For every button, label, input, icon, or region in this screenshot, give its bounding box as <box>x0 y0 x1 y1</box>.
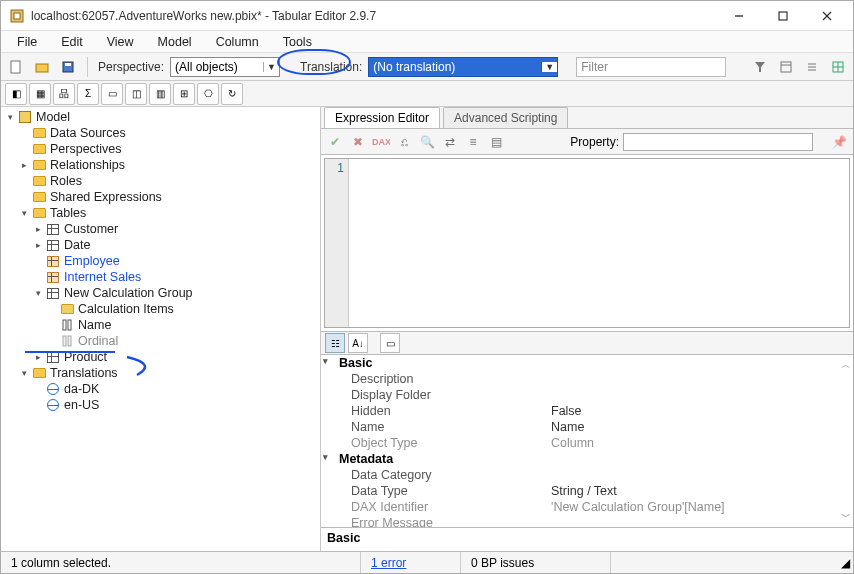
accept-icon[interactable]: ✔ <box>325 132 345 152</box>
tree-item[interactable]: Perspectives <box>50 142 122 156</box>
tool-icon[interactable]: ⎌ <box>394 132 414 152</box>
prop-value[interactable]: Name <box>551 420 853 434</box>
prop-key[interactable]: Hidden <box>321 404 551 418</box>
tree-item[interactable]: Roles <box>50 174 82 188</box>
dax-icon[interactable]: DAX <box>371 132 391 152</box>
new-icon[interactable] <box>5 56 27 78</box>
app-icon <box>9 8 25 24</box>
prop-key[interactable]: Name <box>321 420 551 434</box>
resize-grip-icon[interactable]: ◢ <box>831 552 853 573</box>
globe-icon <box>45 382 61 396</box>
tree-model[interactable]: Model <box>36 110 70 124</box>
tree-item[interactable]: Shared Expressions <box>50 190 162 204</box>
tool-icon[interactable]: ▭ <box>101 83 123 105</box>
alphabetical-icon[interactable]: A↓ <box>348 333 368 353</box>
property-grid[interactable]: ︿ ▾Basic Description Display Folder Hidd… <box>321 355 853 527</box>
prop-value: 'New Calculation Group'[Name] <box>551 500 853 514</box>
table-icon <box>45 238 61 252</box>
expression-editor[interactable]: 1 <box>324 158 850 328</box>
tool-icon[interactable]: ▤ <box>486 132 506 152</box>
tool-icon[interactable]: ▥ <box>149 83 171 105</box>
maximize-button[interactable] <box>761 2 805 30</box>
tree-tables[interactable]: Tables <box>50 206 86 220</box>
grid-icon[interactable] <box>827 56 849 78</box>
tree-item[interactable]: Relationships <box>50 158 125 172</box>
chevron-down-icon: ▼ <box>541 62 557 72</box>
tool-icon[interactable]: ⇄ <box>440 132 460 152</box>
tool-icon[interactable]: ↻ <box>221 83 243 105</box>
list-icon[interactable] <box>801 56 823 78</box>
tool-icon[interactable]: ◧ <box>5 83 27 105</box>
menu-file[interactable]: File <box>5 33 49 51</box>
tool-icon[interactable]: ≡ <box>463 132 483 152</box>
categorized-icon[interactable]: ☷ <box>325 333 345 353</box>
prop-key: DAX Identifier <box>321 500 551 514</box>
prop-key[interactable]: Data Category <box>321 468 551 482</box>
tree-translation[interactable]: en-US <box>64 398 99 412</box>
tree-translation[interactable]: da-DK <box>64 382 99 396</box>
folder-icon <box>59 302 75 316</box>
menu-column[interactable]: Column <box>204 33 271 51</box>
prop-page-icon[interactable]: ▭ <box>380 333 400 353</box>
editor-toolbar: ✔ ✖ DAX ⎌ 🔍 ⇄ ≡ ▤ Property: 📌 <box>321 129 853 155</box>
prop-value[interactable]: String / Text <box>551 484 853 498</box>
tool-icon[interactable]: ⊞ <box>173 83 195 105</box>
save-icon[interactable] <box>57 56 79 78</box>
menu-view[interactable]: View <box>95 33 146 51</box>
cancel-icon[interactable]: ✖ <box>348 132 368 152</box>
tree-table[interactable]: Employee <box>64 254 120 268</box>
tree-item[interactable]: Data Sources <box>50 126 126 140</box>
tree-item[interactable]: Name <box>78 318 111 332</box>
prop-key[interactable]: Description <box>321 372 551 386</box>
table-icon <box>45 222 61 236</box>
menu-tools[interactable]: Tools <box>271 33 324 51</box>
filter-input[interactable]: Filter <box>576 57 726 77</box>
open-icon[interactable] <box>31 56 53 78</box>
model-tree[interactable]: ▾Model ▸Data Sources ▸Perspectives ▸Rela… <box>1 107 321 551</box>
search-icon[interactable]: 🔍 <box>417 132 437 152</box>
table-icon <box>45 286 61 300</box>
minimize-button[interactable] <box>717 2 761 30</box>
tool-icon[interactable]: 品 <box>53 83 75 105</box>
property-dropdown[interactable] <box>623 133 813 151</box>
menu-edit[interactable]: Edit <box>49 33 95 51</box>
propgrid-toolbar: ☷ A↓ ▭ <box>321 331 853 355</box>
prop-key[interactable]: Data Type <box>321 484 551 498</box>
svg-rect-3 <box>779 12 787 20</box>
menu-bar: File Edit View Model Column Tools <box>1 31 853 53</box>
prop-value[interactable]: False <box>551 404 853 418</box>
tool-icon[interactable]: ⎔ <box>197 83 219 105</box>
tree-table[interactable]: Customer <box>64 222 118 236</box>
tree-item[interactable]: Ordinal <box>78 334 118 348</box>
tab-expression[interactable]: Expression Editor <box>324 107 440 128</box>
tree-table[interactable]: Internet Sales <box>64 270 141 284</box>
tool-icon[interactable]: ▦ <box>29 83 51 105</box>
svg-rect-19 <box>63 320 66 330</box>
tree-item[interactable]: Calculation Items <box>78 302 174 316</box>
svg-text:DAX: DAX <box>372 137 390 147</box>
scroll-down-icon[interactable]: ﹀ <box>841 510 851 524</box>
prop-key[interactable]: Display Folder <box>321 388 551 402</box>
secondary-toolbar: ◧ ▦ 品 Σ ▭ ◫ ▥ ⊞ ⎔ ↻ <box>1 81 853 107</box>
pin-icon[interactable]: 📌 <box>829 132 849 152</box>
prop-category[interactable]: Basic <box>339 356 372 370</box>
filter-icon[interactable] <box>749 56 771 78</box>
close-button[interactable] <box>805 2 849 30</box>
tool-icon[interactable]: ◫ <box>125 83 147 105</box>
prop-category[interactable]: Metadata <box>339 452 393 466</box>
property-label: Property: <box>570 135 619 149</box>
prop-description: Basic <box>321 527 853 551</box>
tab-scripting[interactable]: Advanced Scripting <box>443 107 568 128</box>
perspective-label: Perspective: <box>96 60 166 74</box>
menu-model[interactable]: Model <box>146 33 204 51</box>
tool-icon[interactable]: Σ <box>77 83 99 105</box>
translation-dropdown[interactable]: (No translation) ▼ <box>368 57 558 77</box>
title-bar: localhost:62057.AdventureWorks new.pbix*… <box>1 1 853 31</box>
tree-toggle-icon[interactable] <box>775 56 797 78</box>
svg-rect-7 <box>36 64 48 72</box>
prop-key: Object Type <box>321 436 551 450</box>
perspective-dropdown[interactable]: (All objects) ▼ <box>170 57 280 77</box>
status-errors[interactable]: 1 error <box>371 556 406 570</box>
tree-calcgroup[interactable]: New Calculation Group <box>64 286 193 300</box>
tree-table[interactable]: Date <box>64 238 90 252</box>
